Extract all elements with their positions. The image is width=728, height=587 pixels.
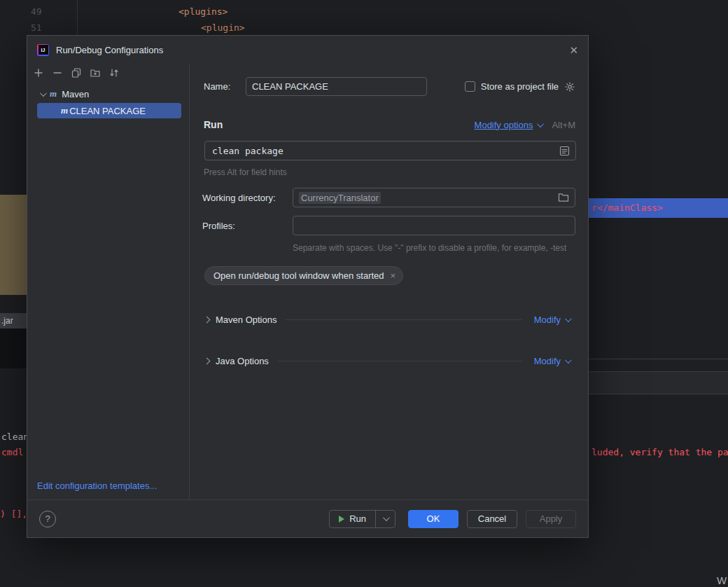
- store-as-project-file-label: Store as project file: [481, 81, 559, 92]
- run-button-label: Run: [349, 513, 366, 524]
- jar-file-label: .jar: [0, 313, 27, 329]
- editor-gutter-separator: [77, 0, 78, 35]
- java-options-label: Java Options: [216, 356, 269, 366]
- run-dropdown-button[interactable]: [376, 511, 395, 527]
- footer-buttons: Run OK Cancel Apply: [329, 510, 576, 528]
- chevron-right-icon[interactable]: [204, 357, 211, 364]
- play-icon: [339, 516, 344, 523]
- modify-options-link[interactable]: Modify options: [475, 120, 533, 130]
- run-split-button: Run: [329, 510, 396, 528]
- line-number: 51: [31, 22, 42, 33]
- dialog-footer: ? Run OK Cancel Apply: [27, 499, 588, 537]
- chevron-right-icon[interactable]: [204, 316, 211, 323]
- command-line-value: clean package: [212, 146, 559, 156]
- maven-icon: m: [61, 105, 68, 116]
- configuration-form: Name: Store as project file Run Modify o…: [190, 64, 588, 499]
- apply-button[interactable]: Apply: [526, 510, 576, 528]
- run-section-title: Run: [204, 119, 223, 130]
- remove-icon[interactable]: [52, 67, 63, 78]
- maven-options-section: Maven Options Modify: [204, 312, 570, 326]
- modify-options-shortcut: Alt+M: [552, 120, 575, 130]
- folder-icon[interactable]: [558, 193, 569, 202]
- modify-link[interactable]: Modify: [534, 315, 561, 325]
- project-tree-highlight: [0, 195, 27, 295]
- chevron-down-icon: [40, 90, 47, 97]
- sidebar-toolbar: [27, 64, 189, 82]
- working-directory-input[interactable]: CurrencyTranslator: [293, 188, 575, 207]
- edit-configuration-templates-link[interactable]: Edit configuration templates...: [37, 481, 157, 491]
- tree-item-label: CLEAN PACKAGE: [69, 106, 146, 116]
- panel-header-band: [589, 371, 728, 394]
- ide-screen: 49 51 <plugins> <plugin> .jar r</mainCla…: [0, 0, 728, 587]
- java-options-modify: Modify: [534, 356, 570, 366]
- add-icon[interactable]: [33, 67, 44, 78]
- close-icon[interactable]: ×: [391, 271, 396, 280]
- store-as-project-file-checkbox[interactable]: [465, 81, 475, 92]
- close-icon[interactable]: ✕: [569, 45, 578, 55]
- before-launch-chip[interactable]: Open run/debug tool window when started …: [204, 266, 403, 285]
- new-folder-icon[interactable]: [90, 67, 101, 78]
- dialog-titlebar: IJ Run/Debug Configurations ✕: [27, 36, 588, 64]
- cancel-button[interactable]: Cancel: [467, 510, 517, 528]
- java-options-section: Java Options Modify: [204, 354, 570, 368]
- panel-separator: [589, 359, 728, 359]
- statusbar-text: W: [717, 574, 727, 586]
- profiles-input[interactable]: [293, 216, 575, 235]
- editor-selected-line: r</mainClass>: [589, 198, 728, 218]
- chevron-down-icon: [565, 315, 572, 322]
- name-input[interactable]: [246, 77, 427, 96]
- code-line-selected: r</mainClass>: [589, 198, 728, 213]
- tree-group-maven[interactable]: m Maven: [27, 86, 189, 102]
- section-divider: [286, 319, 522, 320]
- alt-field-hint: Press Alt for field hints: [204, 167, 287, 177]
- working-directory-value: CurrencyTranslator: [299, 192, 381, 204]
- working-directory-label: Working directory:: [202, 193, 293, 203]
- sort-icon[interactable]: [108, 67, 120, 78]
- store-as-project-file-group: Store as project file: [465, 81, 575, 92]
- name-label: Name:: [204, 81, 246, 92]
- configurations-sidebar: m Maven m CLEAN PACKAGE Edit configurati…: [27, 64, 190, 499]
- maven-options-modify: Modify: [534, 315, 570, 325]
- code-line: <plugins>: [178, 6, 227, 17]
- line-number: 49: [31, 6, 42, 17]
- maven-options-label: Maven Options: [216, 315, 276, 325]
- console-text: clean: [1, 431, 29, 442]
- command-line-input[interactable]: clean package: [204, 141, 576, 160]
- ok-button[interactable]: OK: [408, 510, 458, 528]
- profiles-hint: Separate with spaces. Use "-" prefix to …: [293, 243, 566, 253]
- run-button[interactable]: Run: [330, 511, 376, 527]
- modify-options-cluster: Modify options Alt+M: [475, 120, 575, 130]
- chevron-down-icon: [383, 514, 390, 521]
- name-row: Name: Store as project file: [204, 77, 575, 96]
- working-directory-row: Working directory: CurrencyTranslator: [202, 188, 575, 207]
- configurations-tree: m Maven m CLEAN PACKAGE: [27, 86, 189, 118]
- chevron-down-icon: [565, 357, 572, 364]
- section-divider: [278, 361, 522, 361]
- tree-item-clean-package[interactable]: m CLEAN PACKAGE: [37, 103, 181, 118]
- console-error-text: luded, verify that the pa: [592, 447, 728, 457]
- run-section-row: Run Modify options Alt+M: [204, 118, 575, 132]
- modify-link[interactable]: Modify: [534, 356, 561, 366]
- tree-group-label: Maven: [62, 89, 89, 99]
- profiles-label: Profiles:: [202, 221, 293, 231]
- chevron-down-icon: [537, 120, 544, 127]
- help-icon[interactable]: ?: [39, 511, 56, 527]
- dialog-title: Run/Debug Configurations: [56, 45, 163, 55]
- maven-icon: m: [50, 88, 57, 99]
- run-debug-configurations-dialog: IJ Run/Debug Configurations ✕: [27, 35, 589, 538]
- panel-shadow-block: [0, 329, 27, 368]
- intellij-logo-icon: IJ: [37, 44, 49, 56]
- console-error-text: cmdl: [1, 447, 23, 457]
- gear-icon[interactable]: [564, 81, 575, 92]
- expand-field-icon[interactable]: [559, 146, 570, 156]
- copy-icon[interactable]: [71, 67, 82, 78]
- console-error-text: ) [],: [0, 509, 27, 519]
- code-line: <plugin>: [201, 22, 245, 33]
- before-launch-chip-label: Open run/debug tool window when started: [214, 270, 384, 281]
- profiles-row: Profiles:: [202, 216, 575, 235]
